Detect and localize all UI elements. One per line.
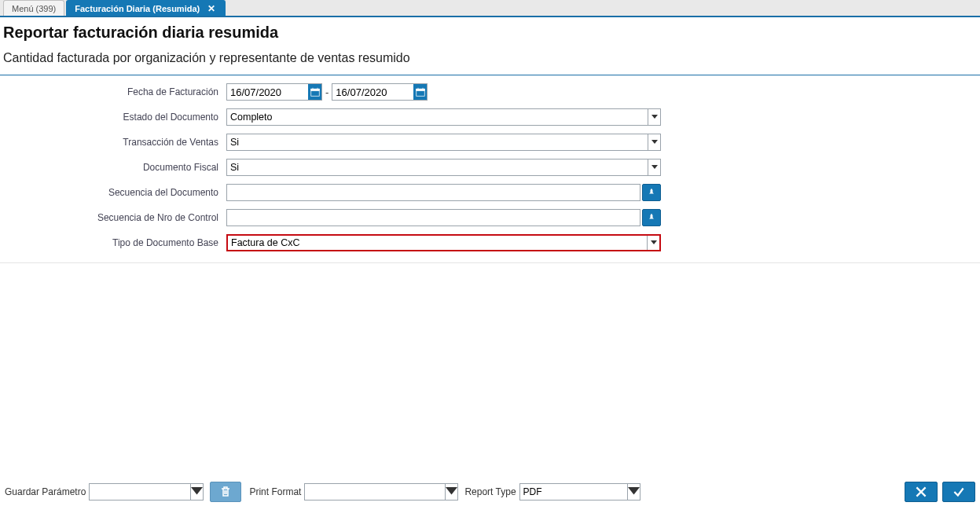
label-report-type: Report Type: [464, 486, 516, 497]
report-type-combo[interactable]: [519, 483, 640, 500]
tipo-doc-input[interactable]: [228, 236, 647, 250]
footer-bar: Guardar Parámetro Print Format Report Ty…: [0, 478, 980, 506]
estado-combo[interactable]: [226, 108, 661, 126]
print-format-input[interactable]: [305, 484, 445, 500]
print-format-combo[interactable]: [304, 483, 458, 500]
date-to-input[interactable]: [332, 84, 413, 100]
fiscal-input[interactable]: [227, 160, 648, 175]
guardar-input[interactable]: [90, 484, 190, 500]
label-tipo-doc: Tipo de Documento Base: [5, 237, 226, 248]
x-icon: [914, 485, 928, 499]
close-icon[interactable]: ✕: [206, 3, 217, 14]
chevron-down-icon[interactable]: [647, 236, 659, 250]
label-fecha: Fecha de Facturación: [5, 86, 226, 97]
pin-icon[interactable]: [642, 184, 661, 201]
label-transaccion: Transacción de Ventas: [5, 137, 226, 148]
tipo-doc-combo[interactable]: [226, 234, 661, 251]
date-range-dash: -: [322, 86, 332, 98]
chevron-down-icon[interactable]: [627, 484, 640, 500]
label-fiscal: Documento Fiscal: [5, 162, 226, 173]
label-estado: Estado del Documento: [5, 112, 226, 123]
date-from-wrapper: [226, 83, 322, 101]
fiscal-combo[interactable]: [226, 159, 661, 176]
tab-facturacion[interactable]: Facturación Diaria (Resumida) ✕: [66, 0, 226, 16]
estado-input[interactable]: [227, 109, 648, 125]
chevron-down-icon[interactable]: [190, 484, 203, 500]
page-subtitle: Cantidad facturada por organización y re…: [0, 43, 980, 75]
date-from-input[interactable]: [227, 84, 308, 100]
guardar-combo[interactable]: [89, 483, 204, 500]
pin-icon[interactable]: [642, 209, 661, 226]
secuencia-doc-input[interactable]: [226, 184, 640, 201]
trash-icon: [219, 486, 232, 498]
tab-menu[interactable]: Menú (399): [3, 0, 64, 16]
transaccion-input[interactable]: [227, 134, 648, 150]
chevron-down-icon[interactable]: [648, 134, 660, 150]
secuencia-ctrl-input[interactable]: [226, 209, 640, 226]
delete-button[interactable]: [210, 482, 241, 502]
ok-button[interactable]: [942, 482, 975, 502]
page-title: Reportar facturación diaria resumida: [0, 17, 980, 43]
report-type-input[interactable]: [520, 484, 627, 500]
label-secuencia-doc: Secuencia del Documento: [5, 187, 226, 198]
check-icon: [952, 485, 966, 499]
cancel-button[interactable]: [905, 482, 938, 502]
chevron-down-icon[interactable]: [445, 484, 457, 500]
chevron-down-icon[interactable]: [648, 160, 660, 175]
label-secuencia-ctrl: Secuencia de Nro de Control: [5, 212, 226, 223]
report-params-form: Fecha de Facturación - Estado del Docume…: [0, 75, 980, 263]
tab-active-label: Facturación Diaria (Resumida): [75, 4, 200, 13]
label-print-format: Print Format: [249, 486, 301, 497]
transaccion-combo[interactable]: [226, 134, 661, 151]
svg-rect-1: [310, 89, 319, 90]
calendar-icon[interactable]: [308, 84, 321, 100]
date-to-wrapper: [332, 83, 428, 101]
chevron-down-icon[interactable]: [648, 109, 660, 125]
tab-menu-label: Menú (399): [12, 4, 56, 13]
label-guardar: Guardar Parámetro: [5, 486, 86, 497]
tab-bar: Menú (399) Facturación Diaria (Resumida)…: [0, 0, 980, 17]
svg-rect-5: [417, 89, 425, 90]
calendar-icon[interactable]: [413, 84, 427, 100]
